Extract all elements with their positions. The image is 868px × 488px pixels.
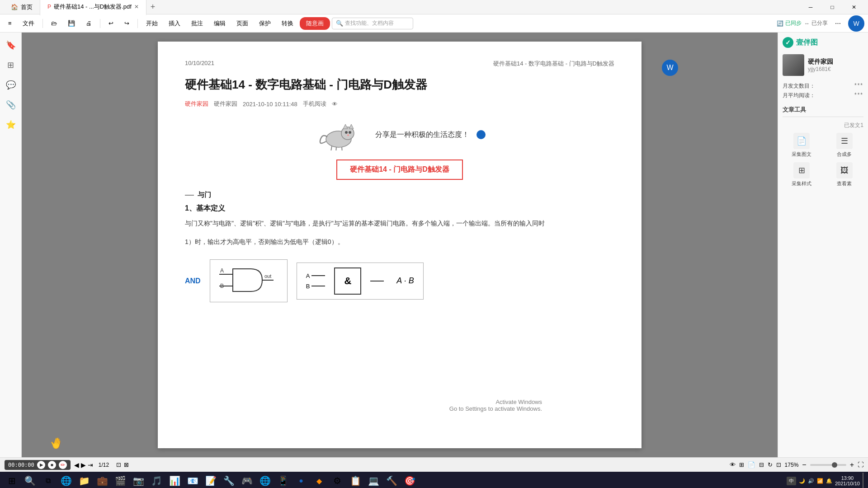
taskbar-app-4[interactable]: 🎵 [148, 473, 165, 488]
prev-page-button[interactable]: ◀ [74, 461, 79, 469]
file-button[interactable]: 文件 [18, 17, 39, 30]
search-box[interactable]: 🔍 查找功能、文档内容 [332, 18, 413, 29]
watermark-line2: Go to Settings to activate Windows. [449, 405, 542, 412]
next-page-button[interactable]: ▶ [81, 461, 86, 469]
taskbar-app-16[interactable]: 💻 [365, 473, 382, 488]
view-more-button[interactable]: 🖼 查看素 [826, 162, 864, 187]
play-icon: ▶ [40, 462, 43, 467]
crop-button[interactable]: ⊡ [776, 461, 781, 468]
taskbar-app-8[interactable]: 🔧 [221, 473, 237, 488]
undo-button[interactable]: ↩ [104, 17, 118, 30]
taskbar-app-1[interactable]: 💼 [94, 473, 110, 488]
view-mode-button-2[interactable]: ⊞ [739, 461, 744, 468]
more-button[interactable]: ⋯ [830, 17, 845, 30]
taskbar-app-14[interactable]: ⚙ [329, 473, 345, 488]
taskbar-chrome[interactable]: 🌐 [58, 473, 74, 488]
sync-label: 已同步 [785, 19, 802, 27]
menu-button[interactable]: ≡ [4, 17, 16, 30]
show-desktop-button[interactable] [863, 473, 864, 488]
taskbar-app-3[interactable]: 📷 [130, 473, 146, 488]
split-label: 已分享 [811, 19, 828, 27]
pdf-tab-close[interactable]: ✕ [134, 4, 139, 10]
network-icon[interactable]: 📶 [817, 478, 823, 484]
star-icon[interactable]: ⭐ [3, 117, 19, 133]
random-button[interactable]: 随意画 [300, 17, 330, 30]
thumbnail-icon[interactable]: ⊞ [3, 57, 19, 73]
author-avatar [783, 54, 804, 76]
stop-button[interactable]: ■ [48, 461, 56, 469]
taskbar-app-12[interactable]: ● [293, 473, 309, 488]
start-menu-button[interactable]: ⊞ [4, 473, 20, 488]
taskbar-app-15[interactable]: 📋 [347, 473, 363, 488]
taskbar-clock[interactable]: 13:90 2021/10/10 [835, 475, 860, 486]
taskbar-app-5[interactable]: 📊 [166, 473, 183, 488]
pdf-container: 10/10/2021 硬件基础14 - 数字电路基础 - 门电路与D触发器 硬件… [22, 33, 778, 457]
taskbar-explorer[interactable]: 📁 [76, 473, 92, 488]
monthly-reads-label: 月平均阅读： [783, 92, 815, 99]
convert-button[interactable]: 转换 [277, 17, 298, 30]
search-placeholder: 查找功能、文档内容 [345, 19, 394, 27]
taskbar-app-6[interactable]: 📧 [184, 473, 201, 488]
task-view-button[interactable]: ⧉ [40, 473, 56, 488]
new-tab-button[interactable]: + [146, 1, 159, 14]
taskbar-app-10[interactable]: 🌐 [257, 473, 273, 488]
tools-row-1: 📄 采集图文 ☰ 合成多 [783, 133, 863, 158]
monthly-reads-value: *** [854, 92, 863, 99]
user-avatar[interactable]: W [848, 15, 864, 32]
record-button[interactable]: ✏ [59, 461, 67, 469]
view-mode-button-1[interactable]: 👁 [730, 461, 736, 468]
view-mode-button-4[interactable]: ⊟ [759, 461, 764, 468]
split-button[interactable]: ↔ 已分享 [804, 19, 828, 27]
home-tab[interactable]: 🏠 首页 [4, 0, 40, 15]
zoom-slider[interactable] [810, 464, 846, 466]
notification-icon[interactable]: 🔔 [826, 478, 832, 484]
annot-button[interactable]: 批注 [187, 17, 208, 30]
insert-button[interactable]: 插入 [164, 17, 185, 30]
view-mode-button-3[interactable]: 📄 [748, 461, 755, 468]
edit-button[interactable]: 编辑 [209, 17, 230, 30]
fullscreen-button[interactable]: ⛶ [858, 461, 863, 468]
maximize-button[interactable]: □ [822, 0, 843, 14]
toolbar-sep-3 [137, 19, 138, 28]
fit-page-button[interactable]: ⊡ [116, 461, 121, 468]
save-button[interactable]: 💾 [63, 17, 80, 30]
protect-button[interactable]: 保护 [255, 17, 275, 30]
input-method[interactable]: 中 [787, 477, 796, 485]
search-taskbar-button[interactable]: 🔍 [22, 473, 38, 488]
right-sidebar: ✓ 壹伴图 硬件家园 yjjy1681€ 月发文数目： *** 月平均阅读： *… [778, 33, 868, 457]
redo-button[interactable]: ↪ [120, 17, 134, 30]
print-button[interactable]: 🖨 [81, 17, 96, 30]
top-right-icon[interactable]: W [662, 60, 678, 76]
taskbar-app-13[interactable]: ◆ [311, 473, 327, 488]
merge-button[interactable]: ☰ 合成多 [826, 133, 864, 158]
fit-width-button[interactable]: ⊠ [124, 461, 129, 468]
comment-icon[interactable]: 💬 [3, 77, 19, 93]
attachment-icon[interactable]: 📎 [3, 97, 19, 113]
sound-icon[interactable]: 🔊 [808, 478, 814, 484]
start-button[interactable]: 开始 [142, 17, 162, 30]
taskbar-app-17[interactable]: 🔨 [383, 473, 400, 488]
taskbar-app-11[interactable]: 📱 [275, 473, 291, 488]
bookmark-icon[interactable]: 🔖 [3, 37, 19, 53]
activate-watermark: Activate Windows Go to Settings to activ… [449, 399, 542, 412]
pdf-tab[interactable]: P 硬件基础14 - ...与D触发器.pdf ✕ [40, 0, 146, 15]
stop-icon: ■ [51, 462, 53, 467]
moon-icon[interactable]: 🌙 [799, 478, 805, 484]
rotate-button[interactable]: ↻ [768, 461, 773, 468]
play-button[interactable]: ▶ [37, 461, 45, 469]
taskbar-app-2[interactable]: 🎬 [112, 473, 128, 488]
last-page-button[interactable]: ⇥ [88, 461, 93, 469]
collect-style-button[interactable]: ⊞ 采集样式 [783, 162, 821, 187]
home-icon: 🏠 [11, 4, 18, 10]
sync-button[interactable]: 🔄 已同步 [777, 19, 802, 27]
zoom-out-button[interactable]: − [802, 461, 806, 469]
minimize-button[interactable]: ─ [800, 0, 821, 14]
taskbar-app-9[interactable]: 🎮 [239, 473, 255, 488]
close-button[interactable]: ✕ [844, 0, 864, 14]
open-button[interactable]: 🗁 [47, 17, 61, 30]
taskbar-app-18[interactable]: 🎯 [401, 473, 418, 488]
collect-text-button[interactable]: 📄 采集图文 [783, 133, 821, 158]
page-button[interactable]: 页面 [232, 17, 253, 30]
taskbar-app-7[interactable]: 📝 [203, 473, 219, 488]
zoom-in-button[interactable]: + [850, 461, 854, 469]
